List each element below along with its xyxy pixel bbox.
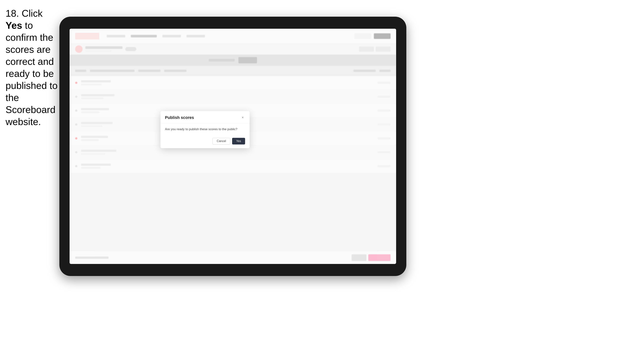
instruction-text-part2: to confirm the scores are correct and re… bbox=[6, 20, 58, 127]
modal-overlay: Publish scores × Are you ready to publis… bbox=[70, 29, 396, 264]
modal-close-button[interactable]: × bbox=[240, 115, 245, 120]
cancel-button[interactable]: Cancel bbox=[212, 138, 230, 145]
modal-header: Publish scores × bbox=[160, 111, 250, 123]
tablet-device: Publish scores × Are you ready to publis… bbox=[59, 17, 406, 276]
yes-bold: Yes bbox=[6, 20, 22, 31]
step-number: 18. bbox=[6, 8, 19, 19]
modal-title: Publish scores bbox=[165, 115, 194, 120]
modal-body: Are you ready to publish these scores to… bbox=[160, 123, 250, 136]
publish-scores-dialog: Publish scores × Are you ready to publis… bbox=[160, 111, 250, 148]
instruction-text-part1: Click bbox=[19, 8, 42, 19]
modal-message: Are you ready to publish these scores to… bbox=[165, 127, 245, 132]
yes-button[interactable]: Yes bbox=[232, 138, 245, 145]
tablet-screen: Publish scores × Are you ready to publis… bbox=[70, 29, 396, 264]
modal-footer: Cancel Yes bbox=[160, 136, 250, 148]
instruction-text: 18. Click Yes to confirm the scores are … bbox=[6, 7, 59, 128]
